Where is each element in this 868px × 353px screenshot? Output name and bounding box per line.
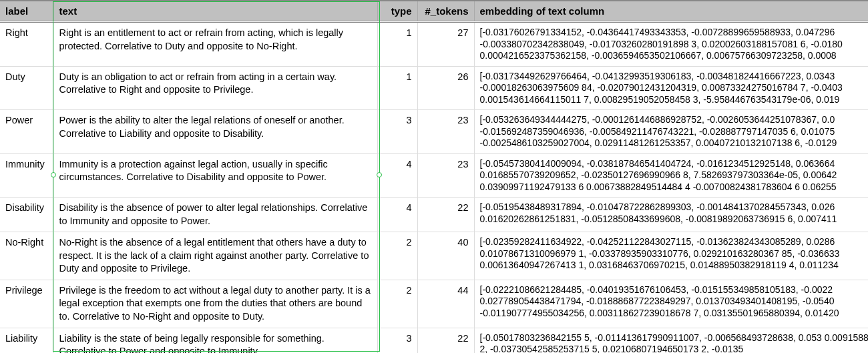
cell-tokens[interactable]: 22 <box>417 328 474 353</box>
cell-embedding[interactable]: [-0.05017803236842155 5, -0.011413617990… <box>474 328 868 353</box>
col-header-text[interactable]: text <box>53 1 377 22</box>
table-row[interactable]: DisabilityDisability is the absence of p… <box>0 198 868 232</box>
cell-type[interactable]: 2 <box>377 232 417 280</box>
col-header-type[interactable]: type <box>377 1 417 22</box>
table-row[interactable]: PowerPower is the ability to alter the l… <box>0 110 868 154</box>
cell-embedding[interactable]: [-0.05195438489317894, -0.01047872286289… <box>474 198 868 232</box>
cell-text[interactable]: Privilege is the freedom to act without … <box>53 280 377 328</box>
cell-tokens[interactable]: 26 <box>417 66 474 110</box>
cell-embedding[interactable]: [-0.03176026791334152, -0.04364417493343… <box>474 22 868 67</box>
col-header-tokens[interactable]: #_tokens <box>417 1 474 22</box>
cell-label[interactable]: Privilege <box>0 280 53 328</box>
cell-type[interactable]: 1 <box>377 22 417 67</box>
cell-label[interactable]: No-Right <box>0 232 53 280</box>
data-table: label text type #_tokens embedding of te… <box>0 0 868 353</box>
cell-tokens[interactable]: 23 <box>417 110 474 154</box>
cell-tokens[interactable]: 27 <box>417 22 474 67</box>
cell-embedding[interactable]: [-0.05457380414009094, -0.03818784654140… <box>474 153 868 198</box>
table-row[interactable]: RightRight is an entitlement to act or r… <box>0 22 868 67</box>
cell-type[interactable]: 2 <box>377 280 417 328</box>
cell-text[interactable]: Right is an entitlement to act or refrai… <box>53 22 377 67</box>
cell-tokens[interactable]: 22 <box>417 198 474 232</box>
cell-embedding[interactable]: [-0.053263649344444275, -0.0001261446886… <box>474 110 868 154</box>
cell-type[interactable]: 1 <box>377 66 417 110</box>
cell-label[interactable]: Right <box>0 22 53 67</box>
cell-text[interactable]: Disability is the absence of power to al… <box>53 198 377 232</box>
cell-text[interactable]: Power is the ability to alter the legal … <box>53 110 377 154</box>
cell-label[interactable]: Power <box>0 110 53 154</box>
col-header-label[interactable]: label <box>0 1 53 22</box>
table-row[interactable]: LiabilityLiability is the state of being… <box>0 328 868 353</box>
cell-text[interactable]: No-Right is the absence of a legal entit… <box>53 232 377 280</box>
cell-tokens[interactable]: 44 <box>417 280 474 328</box>
cell-text[interactable]: Liability is the state of being legally … <box>53 328 377 353</box>
header-row: label text type #_tokens embedding of te… <box>0 1 868 22</box>
cell-label[interactable]: Disability <box>0 198 53 232</box>
cell-label[interactable]: Immunity <box>0 153 53 198</box>
cell-label[interactable]: Duty <box>0 66 53 110</box>
table-row[interactable]: No-RightNo-Right is the absence of a leg… <box>0 232 868 280</box>
cell-type[interactable]: 3 <box>377 328 417 353</box>
cell-type[interactable]: 3 <box>377 110 417 154</box>
cell-embedding[interactable]: [-0.02359282411634922, -0.04252112284302… <box>474 232 868 280</box>
cell-tokens[interactable]: 23 <box>417 153 474 198</box>
cell-type[interactable]: 4 <box>377 153 417 198</box>
cell-embedding[interactable]: [-0.02221086621284485, -0.04019351676106… <box>474 280 868 328</box>
cell-text[interactable]: Immunity is a protection against legal a… <box>53 153 377 198</box>
table-row[interactable]: ImmunityImmunity is a protection against… <box>0 153 868 198</box>
cell-text[interactable]: Duty is an obligation to act or refrain … <box>53 66 377 110</box>
cell-tokens[interactable]: 40 <box>417 232 474 280</box>
col-header-embedding[interactable]: embedding of text column <box>474 1 868 22</box>
table-row[interactable]: DutyDuty is an obligation to act or refr… <box>0 66 868 110</box>
cell-type[interactable]: 4 <box>377 198 417 232</box>
cell-label[interactable]: Liability <box>0 328 53 353</box>
table-row[interactable]: PrivilegePrivilege is the freedom to act… <box>0 280 868 328</box>
cell-embedding[interactable]: [-0.031734492629766464, -0.0413299351930… <box>474 66 868 110</box>
